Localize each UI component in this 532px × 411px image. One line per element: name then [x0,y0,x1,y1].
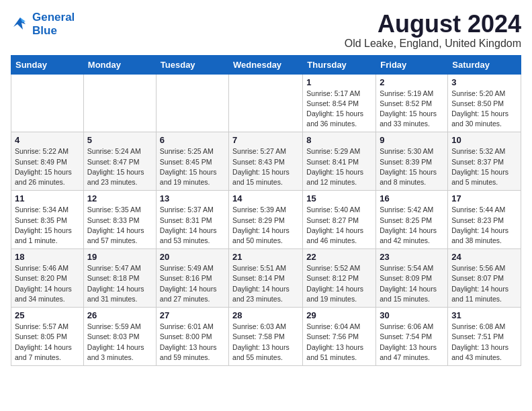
calendar-week-row: 11Sunrise: 5:34 AMSunset: 8:35 PMDayligh… [11,191,521,249]
calendar-cell: 29Sunrise: 6:04 AMSunset: 7:56 PMDayligh… [303,308,376,366]
calendar-cell: 17Sunrise: 5:44 AMSunset: 8:23 PMDayligh… [448,191,521,249]
calendar-cell: 20Sunrise: 5:49 AMSunset: 8:16 PMDayligh… [156,249,228,308]
day-number: 15 [306,193,372,203]
calendar-cell: 24Sunrise: 5:56 AMSunset: 8:07 PMDayligh… [448,249,521,308]
calendar-table: SundayMondayTuesdayWednesdayThursdayFrid… [11,55,521,366]
day-info: Sunrise: 6:04 AMSunset: 7:56 PMDaylight:… [306,322,372,363]
day-info: Sunrise: 5:27 AMSunset: 8:43 PMDaylight:… [232,146,299,187]
day-number: 17 [451,193,517,203]
calendar-cell: 16Sunrise: 5:42 AMSunset: 8:25 PMDayligh… [376,191,448,249]
day-number: 29 [306,310,372,320]
day-info: Sunrise: 5:17 AMSunset: 8:54 PMDaylight:… [306,89,372,130]
day-info: Sunrise: 5:35 AMSunset: 8:33 PMDaylight:… [87,205,152,246]
header-tuesday: Tuesday [156,55,228,74]
header-thursday: Thursday [303,55,376,74]
day-info: Sunrise: 5:49 AMSunset: 8:16 PMDaylight:… [160,263,225,304]
logo-text: General Blue [32,11,75,38]
day-number: 13 [160,193,225,203]
day-info: Sunrise: 5:39 AMSunset: 8:29 PMDaylight:… [232,205,299,246]
day-number: 7 [232,135,299,145]
calendar-cell: 25Sunrise: 5:57 AMSunset: 8:05 PMDayligh… [11,308,84,366]
day-number: 24 [451,252,517,262]
day-info: Sunrise: 5:25 AMSunset: 8:45 PMDaylight:… [160,146,225,187]
day-number: 22 [306,252,372,262]
day-number: 19 [87,252,152,262]
calendar-cell: 21Sunrise: 5:51 AMSunset: 8:14 PMDayligh… [229,249,303,308]
day-info: Sunrise: 5:22 AMSunset: 8:49 PMDaylight:… [15,146,80,187]
calendar-week-row: 1Sunrise: 5:17 AMSunset: 8:54 PMDaylight… [11,74,521,132]
calendar-cell: 7Sunrise: 5:27 AMSunset: 8:43 PMDaylight… [229,132,303,191]
day-number: 21 [232,252,299,262]
svg-marker-0 [13,17,26,30]
header-wednesday: Wednesday [229,55,303,74]
day-number: 27 [160,310,225,320]
calendar-cell: 15Sunrise: 5:40 AMSunset: 8:27 PMDayligh… [303,191,376,249]
logo-icon [11,15,30,34]
day-number: 4 [15,135,80,145]
calendar-cell [83,74,156,132]
day-info: Sunrise: 5:20 AMSunset: 8:50 PMDaylight:… [451,89,517,130]
day-number: 10 [451,135,517,145]
calendar-cell [156,74,228,132]
day-info: Sunrise: 5:44 AMSunset: 8:23 PMDaylight:… [451,205,517,246]
calendar-cell: 22Sunrise: 5:52 AMSunset: 8:12 PMDayligh… [303,249,376,308]
day-number: 18 [15,252,80,262]
calendar-header-row: SundayMondayTuesdayWednesdayThursdayFrid… [11,55,521,74]
day-info: Sunrise: 5:32 AMSunset: 8:37 PMDaylight:… [451,146,517,187]
calendar-cell: 4Sunrise: 5:22 AMSunset: 8:49 PMDaylight… [11,132,84,191]
day-info: Sunrise: 5:19 AMSunset: 8:52 PMDaylight:… [380,89,444,130]
calendar-cell: 31Sunrise: 6:08 AMSunset: 7:51 PMDayligh… [448,308,521,366]
calendar-cell: 6Sunrise: 5:25 AMSunset: 8:45 PMDaylight… [156,132,228,191]
calendar-cell: 19Sunrise: 5:47 AMSunset: 8:18 PMDayligh… [83,249,156,308]
day-number: 25 [15,310,80,320]
day-info: Sunrise: 5:29 AMSunset: 8:41 PMDaylight:… [306,146,372,187]
day-info: Sunrise: 5:56 AMSunset: 8:07 PMDaylight:… [451,263,517,304]
header-friday: Friday [376,55,448,74]
day-info: Sunrise: 5:47 AMSunset: 8:18 PMDaylight:… [87,263,152,304]
day-info: Sunrise: 5:24 AMSunset: 8:47 PMDaylight:… [87,146,152,187]
calendar-cell: 2Sunrise: 5:19 AMSunset: 8:52 PMDaylight… [376,74,448,132]
day-number: 31 [451,310,517,320]
day-info: Sunrise: 5:46 AMSunset: 8:20 PMDaylight:… [15,263,80,304]
calendar-week-row: 18Sunrise: 5:46 AMSunset: 8:20 PMDayligh… [11,249,521,308]
day-info: Sunrise: 5:40 AMSunset: 8:27 PMDaylight:… [306,205,372,246]
calendar-cell: 13Sunrise: 5:37 AMSunset: 8:31 PMDayligh… [156,191,228,249]
month-year-title: August 2024 [345,11,521,38]
day-number: 9 [380,135,444,145]
logo: General Blue [11,11,75,38]
calendar-cell: 14Sunrise: 5:39 AMSunset: 8:29 PMDayligh… [229,191,303,249]
calendar-cell: 8Sunrise: 5:29 AMSunset: 8:41 PMDaylight… [303,132,376,191]
day-number: 12 [87,193,152,203]
title-area: August 2024 Old Leake, England, United K… [345,11,521,50]
day-info: Sunrise: 6:08 AMSunset: 7:51 PMDaylight:… [451,322,517,363]
day-number: 8 [306,135,372,145]
calendar-cell: 18Sunrise: 5:46 AMSunset: 8:20 PMDayligh… [11,249,84,308]
day-info: Sunrise: 5:34 AMSunset: 8:35 PMDaylight:… [15,205,80,246]
day-number: 20 [160,252,225,262]
calendar-cell [11,74,84,132]
day-info: Sunrise: 5:30 AMSunset: 8:39 PMDaylight:… [380,146,444,187]
day-number: 6 [160,135,225,145]
calendar-cell: 30Sunrise: 6:06 AMSunset: 7:54 PMDayligh… [376,308,448,366]
calendar-week-row: 4Sunrise: 5:22 AMSunset: 8:49 PMDaylight… [11,132,521,191]
header-monday: Monday [83,55,156,74]
calendar-cell [229,74,303,132]
calendar-cell: 23Sunrise: 5:54 AMSunset: 8:09 PMDayligh… [376,249,448,308]
calendar-cell: 9Sunrise: 5:30 AMSunset: 8:39 PMDaylight… [376,132,448,191]
day-number: 1 [306,77,372,87]
day-info: Sunrise: 5:59 AMSunset: 8:03 PMDaylight:… [87,322,152,363]
calendar-cell: 5Sunrise: 5:24 AMSunset: 8:47 PMDaylight… [83,132,156,191]
calendar-cell: 27Sunrise: 6:01 AMSunset: 8:00 PMDayligh… [156,308,228,366]
calendar-cell: 26Sunrise: 5:59 AMSunset: 8:03 PMDayligh… [83,308,156,366]
day-info: Sunrise: 6:01 AMSunset: 8:00 PMDaylight:… [160,322,225,363]
day-number: 11 [15,193,80,203]
header-saturday: Saturday [448,55,521,74]
calendar-week-row: 25Sunrise: 5:57 AMSunset: 8:05 PMDayligh… [11,308,521,366]
day-info: Sunrise: 5:51 AMSunset: 8:14 PMDaylight:… [232,263,299,304]
header-sunday: Sunday [11,55,84,74]
day-number: 5 [87,135,152,145]
day-info: Sunrise: 5:52 AMSunset: 8:12 PMDaylight:… [306,263,372,304]
calendar-cell: 11Sunrise: 5:34 AMSunset: 8:35 PMDayligh… [11,191,84,249]
calendar-cell: 12Sunrise: 5:35 AMSunset: 8:33 PMDayligh… [83,191,156,249]
day-info: Sunrise: 5:37 AMSunset: 8:31 PMDaylight:… [160,205,225,246]
